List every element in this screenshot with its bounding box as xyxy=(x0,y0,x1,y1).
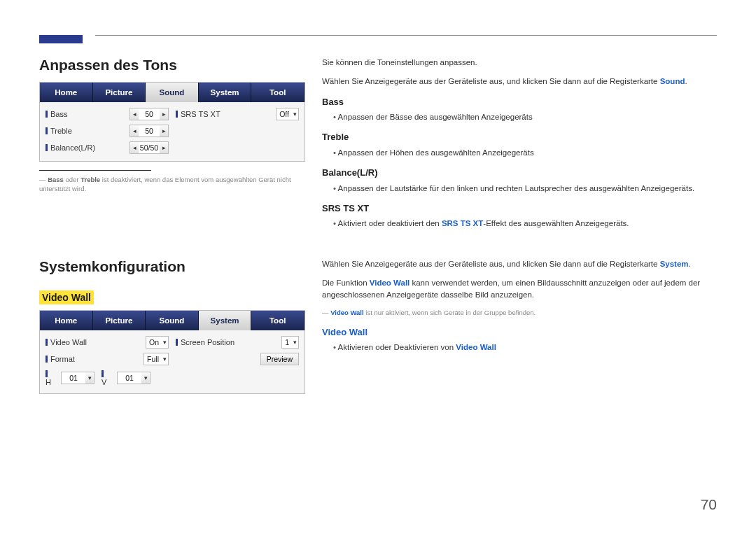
tab-picture[interactable]: Picture xyxy=(93,83,146,102)
bass-desc: Anpassen der Bässe des ausgewählten Anze… xyxy=(333,111,717,123)
tab-system-2[interactable]: System xyxy=(199,311,252,330)
video-wall-subheading: Video Wall xyxy=(39,290,94,304)
srs-label: SRS TS XT xyxy=(176,110,273,118)
v-label: V xyxy=(102,370,110,386)
videowall-dropdown[interactable]: On ▾ xyxy=(146,336,169,349)
bass-label: Bass xyxy=(46,110,127,118)
format-dropdown[interactable]: Full ▾ xyxy=(144,353,169,365)
bass-value: 50 xyxy=(139,110,160,118)
treble-heading: Treble xyxy=(322,130,717,144)
srs-heading: SRS TS XT xyxy=(322,202,717,216)
chevron-down-icon: ▾ xyxy=(163,339,167,346)
tab-home-2[interactable]: Home xyxy=(40,311,93,330)
sound-intro-1: Sie können die Toneinstellungen anpassen… xyxy=(322,57,717,69)
v-spinner[interactable]: 01 ▾ xyxy=(117,372,150,384)
srs-desc: Aktiviert oder deaktiviert den SRS TS XT… xyxy=(333,218,717,230)
h-spinner[interactable]: 01 ▾ xyxy=(61,372,94,384)
page-number: 70 xyxy=(701,496,717,513)
treble-inc[interactable]: ▸ xyxy=(160,125,168,136)
sound-intro-2: Wählen Sie Anzeigegeräte aus der Gerätel… xyxy=(322,76,717,87)
bass-inc[interactable]: ▸ xyxy=(160,108,168,120)
footnote-rule xyxy=(39,170,151,171)
system-tabbar: Home Picture Sound System Tool xyxy=(40,311,304,330)
tab-tool-2[interactable]: Tool xyxy=(251,311,304,330)
tab-system[interactable]: System xyxy=(199,83,252,102)
section-title-sound: Anpassen des Tons xyxy=(39,57,305,73)
bass-spinner[interactable]: ◂ 50 ▸ xyxy=(130,108,169,120)
tab-sound-2[interactable]: Sound xyxy=(146,311,199,330)
videowall-desc: Aktivieren oder Deaktivieren von Video W… xyxy=(333,342,717,353)
srs-dropdown[interactable]: Off ▾ xyxy=(276,108,299,120)
header-accent-bar xyxy=(39,35,83,43)
treble-desc: Anpassen der Höhen des ausgewählten Anze… xyxy=(333,147,717,159)
screenposition-label: Screen Position xyxy=(176,338,279,346)
format-value: Full xyxy=(147,355,159,363)
bass-heading: Bass xyxy=(322,95,717,109)
tab-home[interactable]: Home xyxy=(40,83,93,102)
tab-sound[interactable]: Sound xyxy=(146,83,199,102)
balance-heading: Balance(L/R) xyxy=(322,166,717,180)
preview-button[interactable]: Preview xyxy=(260,353,299,365)
chevron-down-icon: ▾ xyxy=(293,111,297,118)
balance-label: Balance(L/R) xyxy=(46,143,127,152)
balance-desc: Anpassen der Lautstärke für den linken u… xyxy=(333,183,717,195)
videowall-label: Video Wall xyxy=(46,338,143,346)
tab-picture-2[interactable]: Picture xyxy=(93,311,146,330)
balance-spinner[interactable]: ◂ 50/50 ▸ xyxy=(130,141,169,154)
balance-dec[interactable]: ◂ xyxy=(130,142,139,153)
videowall-value: On xyxy=(149,338,159,346)
videowall-heading: Video Wall xyxy=(322,325,717,339)
system-settings-screenshot: Home Picture Sound System Tool Video Wal… xyxy=(39,310,305,394)
v-value: 01 xyxy=(118,374,141,382)
balance-inc[interactable]: ▸ xyxy=(160,142,168,153)
videowall-note: Video Wall ist nur aktiviert, wenn sich … xyxy=(322,308,717,318)
h-value: 01 xyxy=(62,374,85,382)
balance-value: 50/50 xyxy=(139,143,160,152)
sound-settings-screenshot: Home Picture Sound System Tool Bass ◂ 50 xyxy=(39,82,305,162)
screenposition-dropdown[interactable]: 1 ▾ xyxy=(281,336,299,349)
treble-value: 50 xyxy=(139,127,160,135)
treble-label: Treble xyxy=(46,127,127,135)
h-label: H xyxy=(46,370,54,386)
chevron-down-icon: ▾ xyxy=(163,356,167,363)
section-title-system: Systemkonfiguration xyxy=(39,258,305,275)
tab-tool[interactable]: Tool xyxy=(251,83,304,102)
format-label: Format xyxy=(46,355,141,363)
system-intro-2: Die Funktion Video Wall kann verwendet w… xyxy=(322,277,717,302)
sound-tabbar: Home Picture Sound System Tool xyxy=(40,83,304,102)
chevron-down-icon: ▾ xyxy=(293,339,297,346)
treble-spinner[interactable]: ◂ 50 ▸ xyxy=(130,125,169,137)
system-intro-1: Wählen Sie Anzeigegeräte aus der Gerätel… xyxy=(322,258,717,270)
h-inc[interactable]: ▾ xyxy=(85,372,94,384)
screenposition-value: 1 xyxy=(285,338,289,346)
header-rule xyxy=(95,35,717,36)
srs-value: Off xyxy=(279,110,289,118)
bass-dec[interactable]: ◂ xyxy=(130,108,139,120)
sound-footnote: Bass oder Treble ist deaktiviert, wenn d… xyxy=(39,175,305,194)
treble-dec[interactable]: ◂ xyxy=(130,125,139,136)
v-inc[interactable]: ▾ xyxy=(141,372,150,384)
